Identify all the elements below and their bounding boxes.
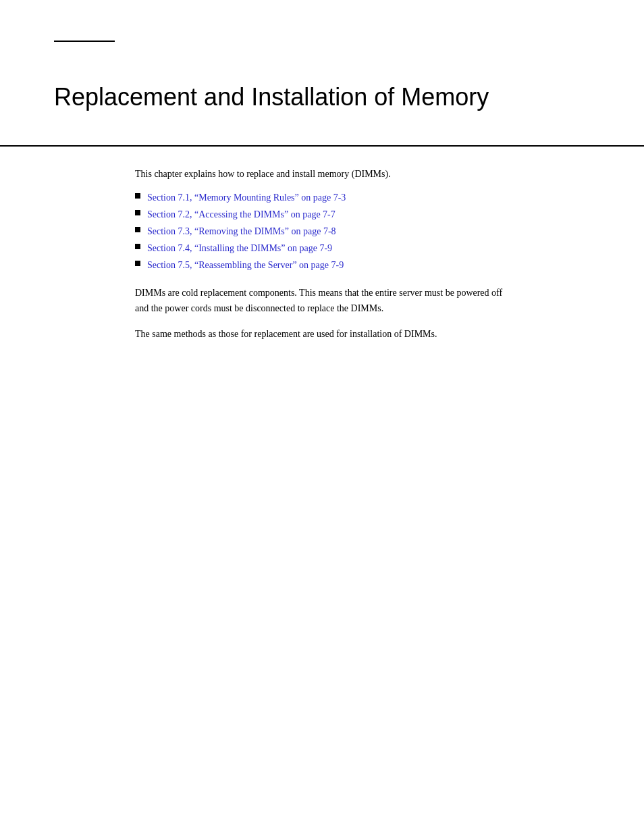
section-link-2[interactable]: Section 7.2, “Accessing the DIMMs” on pa… <box>147 207 336 221</box>
bullet-icon <box>135 261 140 266</box>
intro-text: This chapter explains how to replace and… <box>135 167 509 181</box>
bullet-icon <box>135 193 140 199</box>
list-item: Section 7.2, “Accessing the DIMMs” on pa… <box>135 207 509 221</box>
list-item: Section 7.4, “Installing the DIMMs” on p… <box>135 241 509 255</box>
section-link-3[interactable]: Section 7.3, “Removing the DIMMs” on pag… <box>147 224 336 238</box>
section-link-1[interactable]: Section 7.1, “Memory Mounting Rules” on … <box>147 190 346 205</box>
bullet-icon <box>135 244 140 249</box>
page: Replacement and Installation of Memory T… <box>0 0 644 834</box>
list-item: Section 7.3, “Removing the DIMMs” on pag… <box>135 224 509 238</box>
chapter-title: Replacement and Installation of Memory <box>54 82 590 111</box>
paragraph1: DIMMs are cold replacement components. T… <box>135 286 509 316</box>
top-section: Replacement and Installation of Memory <box>0 0 644 111</box>
bullet-icon <box>135 227 140 232</box>
list-item: Section 7.1, “Memory Mounting Rules” on … <box>135 190 509 205</box>
section-link-4[interactable]: Section 7.4, “Installing the DIMMs” on p… <box>147 241 332 255</box>
short-rule <box>54 41 115 42</box>
section-link-5[interactable]: Section 7.5, “Reassembling the Server” o… <box>147 258 344 272</box>
bullet-icon <box>135 210 140 215</box>
list-item: Section 7.5, “Reassembling the Server” o… <box>135 258 509 272</box>
paragraph2: The same methods as those for replacemen… <box>135 327 509 342</box>
content-section: This chapter explains how to replace and… <box>0 147 644 373</box>
bullet-list: Section 7.1, “Memory Mounting Rules” on … <box>135 190 509 272</box>
